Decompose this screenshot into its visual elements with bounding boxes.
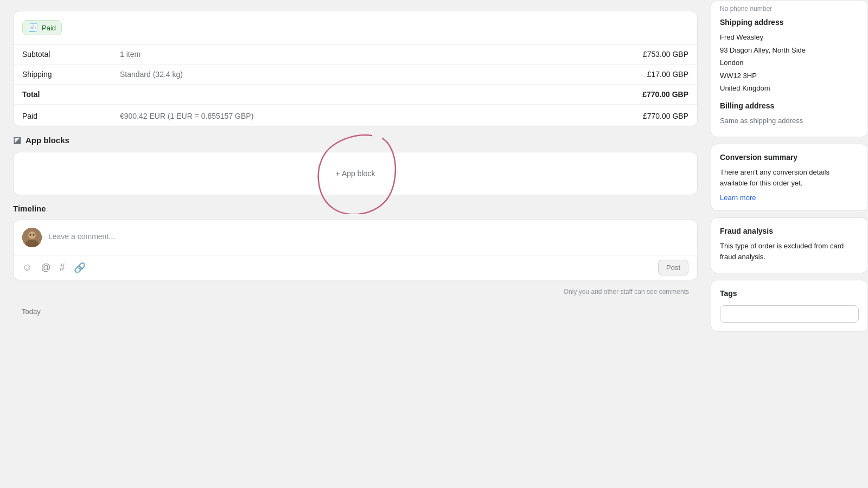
paid-icon: 🧾: [28, 23, 39, 33]
shipping-postcode: WW12 3HP: [720, 70, 859, 81]
fraud-text: This type of order is excluded from card…: [720, 241, 859, 262]
paid-row: Paid €900.42 EUR (1 EUR = 0.855157 GBP) …: [14, 106, 697, 126]
conversion-card: Conversion summary There aren't any conv…: [711, 144, 868, 211]
billing-address-title: Billing address: [720, 101, 859, 110]
shipping-row: Shipping Standard (32.4 kg) £17.00 GBP: [14, 65, 697, 85]
link-icon[interactable]: 🔗: [74, 262, 86, 274]
paid-amount: £770.00 GBP: [643, 112, 688, 120]
timeline-title: Timeline: [13, 204, 46, 213]
comment-card: Leave a comment... ☺ @ # 🔗 Post: [13, 220, 698, 280]
sidebar: No phone number Shipping address Fred We…: [711, 0, 868, 488]
paid-description: €900.42 EUR (1 EUR = 0.855157 GBP): [120, 112, 643, 120]
shipping-country: United Kingdom: [720, 83, 859, 94]
shipping-address-title: Shipping address: [720, 18, 859, 27]
post-button[interactable]: Post: [658, 260, 688, 275]
fraud-card: Fraud analysis This type of order is exc…: [711, 217, 868, 273]
avatar-image: [22, 228, 42, 247]
comment-placeholder[interactable]: Leave a comment...: [48, 228, 688, 241]
app-block-area[interactable]: + App block: [13, 152, 698, 195]
total-amount: £770.00 GBP: [642, 90, 688, 99]
comment-toolbar: ☺ @ # 🔗 Post: [14, 255, 697, 280]
emoji-icon[interactable]: ☺: [22, 262, 32, 273]
tags-title: Tags: [720, 289, 859, 298]
subtotal-amount: £753.00 GBP: [643, 50, 688, 59]
mention-icon[interactable]: @: [41, 262, 50, 273]
svg-point-3: [30, 234, 31, 236]
shipping-description: Standard (32.4 kg): [120, 70, 647, 79]
subtotal-label: Subtotal: [22, 50, 120, 59]
address-card: No phone number Shipping address Fred We…: [711, 0, 868, 137]
conversion-title: Conversion summary: [720, 153, 859, 162]
payment-card: 🧾 Paid Subtotal 1 item £753.00 GBP Shipp…: [13, 11, 698, 126]
shipping-label: Shipping: [22, 70, 120, 79]
timeline-header: Timeline: [13, 204, 698, 213]
shipping-amount: £17.00 GBP: [647, 70, 688, 79]
learn-more-link[interactable]: Learn more: [720, 194, 756, 202]
shipping-city: London: [720, 57, 859, 68]
app-blocks-title: App blocks: [25, 136, 69, 145]
svg-point-1: [28, 232, 36, 239]
subtotal-row: Subtotal 1 item £753.00 GBP: [14, 44, 697, 65]
phone-partial: No phone number: [720, 5, 859, 12]
paid-badge: 🧾 Paid: [22, 20, 62, 35]
add-app-block-button[interactable]: + App block: [328, 165, 383, 182]
app-blocks-header: ◪ App blocks: [13, 135, 698, 145]
paid-row-label: Paid: [22, 112, 120, 120]
billing-same: Same as shipping address: [720, 115, 859, 126]
shipping-street: 93 Diagon Alley, North Side: [720, 45, 859, 56]
timeline-section: Timeline: [13, 204, 698, 316]
svg-point-4: [33, 234, 35, 236]
avatar: [22, 228, 42, 247]
tags-input[interactable]: [720, 305, 859, 323]
total-label: Total: [22, 90, 120, 99]
shipping-name: Fred Weasley: [720, 32, 859, 43]
app-blocks-icon: ◪: [13, 135, 21, 145]
today-label: Today: [13, 301, 698, 316]
comment-input-area[interactable]: Leave a comment...: [14, 220, 697, 255]
hashtag-icon[interactable]: #: [60, 262, 65, 273]
conversion-text: There aren't any conversion details avai…: [720, 167, 859, 188]
payment-table: Subtotal 1 item £753.00 GBP Shipping Sta…: [14, 44, 697, 126]
paid-badge-label: Paid: [42, 24, 56, 32]
staff-note: Only you and other staff can see comment…: [13, 285, 698, 301]
subtotal-qty: 1 item: [120, 50, 643, 59]
total-row: Total £770.00 GBP: [14, 85, 697, 105]
fraud-title: Fraud analysis: [720, 227, 859, 235]
avatar-svg: [22, 228, 42, 247]
tags-card: Tags: [711, 280, 868, 332]
